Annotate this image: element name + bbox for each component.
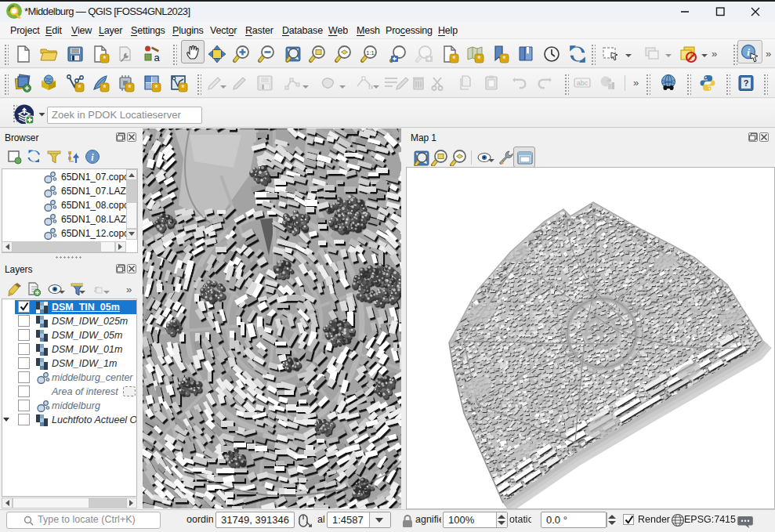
- svg-text:?: ?: [744, 78, 749, 88]
- svg-text:*: *: [181, 83, 185, 92]
- svg-text:*: *: [103, 54, 107, 63]
- svg-text:*: *: [78, 83, 81, 92]
- svg-text:a: a: [154, 52, 160, 63]
- svg-text:*: *: [502, 54, 506, 63]
- svg-text:*: *: [103, 83, 107, 92]
- svg-text:*: *: [154, 83, 158, 92]
- svg-text:abc: abc: [577, 79, 588, 87]
- svg-text:i: i: [747, 46, 750, 58]
- svg-text:*: *: [477, 54, 481, 63]
- svg-text:*: *: [452, 54, 456, 63]
- svg-text:*: *: [128, 83, 132, 92]
- svg-text:1:1: 1:1: [366, 49, 374, 56]
